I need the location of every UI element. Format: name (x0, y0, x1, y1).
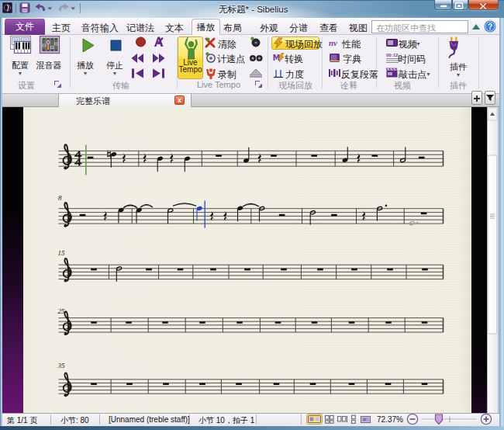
svg-text:25: 25 (58, 307, 66, 315)
svg-text:35: 35 (57, 362, 66, 369)
svg-text:15: 15 (58, 249, 66, 257)
svg-text:8: 8 (58, 194, 62, 202)
